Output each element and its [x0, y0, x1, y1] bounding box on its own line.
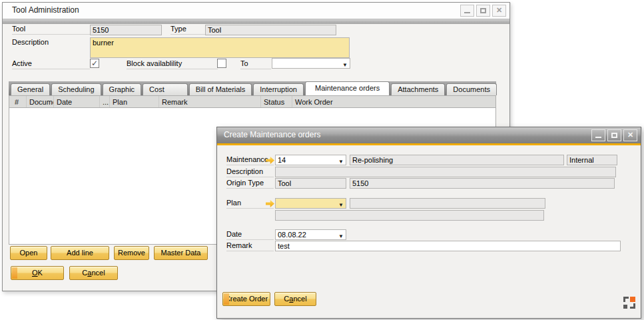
- minimize-icon: [595, 137, 601, 138]
- dialog-minimize-button[interactable]: [591, 129, 605, 141]
- main-window-title: Tool Administration: [12, 5, 79, 15]
- maximize-icon: [611, 133, 617, 138]
- grip-corner-top-left: [623, 297, 629, 302]
- remark-label: Remark: [226, 241, 274, 251]
- tab-scheduling[interactable]: Scheduling: [51, 83, 101, 95]
- date-dropdown[interactable]: 08.08.22▼: [275, 229, 346, 240]
- dialog-description-field: [275, 167, 616, 177]
- maintenance-dropdown[interactable]: 14▼: [275, 155, 346, 165]
- add-line-button[interactable]: Add line: [51, 246, 109, 260]
- chevron-down-icon: ▼: [338, 157, 344, 165]
- active-label: Active: [12, 59, 90, 69]
- plan-detail-field-2: [275, 210, 544, 221]
- dialog-window-controls: ✕: [591, 129, 637, 141]
- resize-grip-icon[interactable]: [623, 297, 635, 309]
- origin-type-field: Tool: [275, 178, 346, 189]
- col-status[interactable]: Status: [261, 96, 292, 107]
- block-availability-label: Block availablility: [127, 59, 218, 69]
- minimize-button[interactable]: [460, 5, 474, 17]
- tab-interruption[interactable]: Interruption: [253, 83, 304, 95]
- dialog-title: Create Maintenance orders: [224, 130, 320, 139]
- chevron-down-icon: ▼: [338, 232, 344, 240]
- tab-general[interactable]: General: [11, 83, 50, 95]
- minimize-icon: [464, 12, 470, 13]
- chevron-down-icon: ▼: [338, 201, 344, 209]
- description-field[interactable]: burner: [90, 37, 350, 58]
- tab-bill-of-materials[interactable]: Bill of Materials: [189, 83, 252, 95]
- col-ellipsis[interactable]: ...: [100, 96, 110, 107]
- tool-label: Tool: [12, 25, 90, 35]
- dialog-close-button[interactable]: ✕: [623, 129, 637, 141]
- open-button[interactable]: Open: [10, 246, 47, 260]
- plan-dropdown[interactable]: ▼: [275, 198, 346, 209]
- tab-maintenance-orders[interactable]: Maintenance orders: [305, 81, 390, 95]
- type-label: Type: [170, 25, 205, 35]
- orders-table-header: # Document Date ... Plan Remark Status W…: [9, 95, 496, 108]
- main-window-controls: ✕: [460, 5, 506, 17]
- col-work-order[interactable]: Work Order: [292, 96, 495, 107]
- titlebar-accent: [217, 143, 641, 145]
- date-label: Date: [226, 230, 274, 240]
- remark-input[interactable]: [275, 241, 621, 251]
- tab-cost[interactable]: Cost: [143, 83, 188, 95]
- maximize-icon: [480, 8, 486, 13]
- maintenance-kind-field: Internal: [567, 155, 617, 165]
- titlebar-separator: [3, 19, 509, 24]
- col-number[interactable]: #: [9, 96, 27, 107]
- block-availability-checkbox[interactable]: [217, 59, 226, 68]
- maintenance-name-field: Re-polishing: [350, 155, 564, 165]
- tab-bar: General Scheduling Graphic Cost Bill of …: [9, 81, 496, 95]
- grip-square-orange: [630, 297, 635, 302]
- to-dropdown[interactable]: ▼: [272, 58, 350, 69]
- close-icon: ✕: [493, 6, 505, 15]
- plan-detail-field-1: [350, 198, 545, 209]
- screen: Tool Administration ✕ Tool 5150 Type Too…: [0, 0, 644, 320]
- chevron-down-icon: ▼: [342, 61, 348, 69]
- grip-square-dark: [623, 305, 627, 309]
- dialog-description-label: Description: [226, 167, 274, 177]
- close-icon: ✕: [624, 131, 637, 139]
- origin-type-label: Origin Type: [226, 179, 274, 189]
- col-date[interactable]: Date: [54, 96, 100, 107]
- tab-graphic[interactable]: Graphic: [103, 83, 142, 95]
- main-titlebar[interactable]: Tool Administration ✕: [3, 3, 509, 19]
- grip-corner-bottom-right: [630, 303, 635, 309]
- tab-documents[interactable]: Documents: [446, 83, 497, 95]
- create-order-button[interactable]: Create Order: [222, 292, 270, 306]
- col-document[interactable]: Document: [27, 96, 54, 107]
- close-button[interactable]: ✕: [492, 5, 506, 17]
- origin-id-field: 5150: [350, 178, 615, 189]
- maximize-button[interactable]: [476, 5, 490, 17]
- ok-button[interactable]: OK: [11, 266, 64, 280]
- active-checkbox[interactable]: ✓: [90, 59, 99, 68]
- cancel-button[interactable]: Cancel: [69, 266, 118, 280]
- master-data-button[interactable]: Master Data: [154, 246, 208, 260]
- tool-field: 5150: [90, 25, 162, 35]
- col-remark[interactable]: Remark: [159, 96, 261, 107]
- type-field: Tool: [205, 25, 336, 35]
- to-label: To: [240, 59, 271, 69]
- dialog-cancel-button[interactable]: Cancel: [274, 292, 316, 306]
- dialog-maximize-button[interactable]: [607, 129, 621, 141]
- description-label: Description: [12, 38, 90, 48]
- tab-attachments[interactable]: Attachments: [391, 83, 445, 95]
- remove-button[interactable]: Remove: [114, 246, 149, 260]
- col-plan[interactable]: Plan: [110, 96, 159, 107]
- dialog-titlebar[interactable]: Create Maintenance orders ✕: [217, 127, 641, 143]
- create-maintenance-orders-dialog: Create Maintenance orders ✕ Maintenance …: [216, 127, 641, 319]
